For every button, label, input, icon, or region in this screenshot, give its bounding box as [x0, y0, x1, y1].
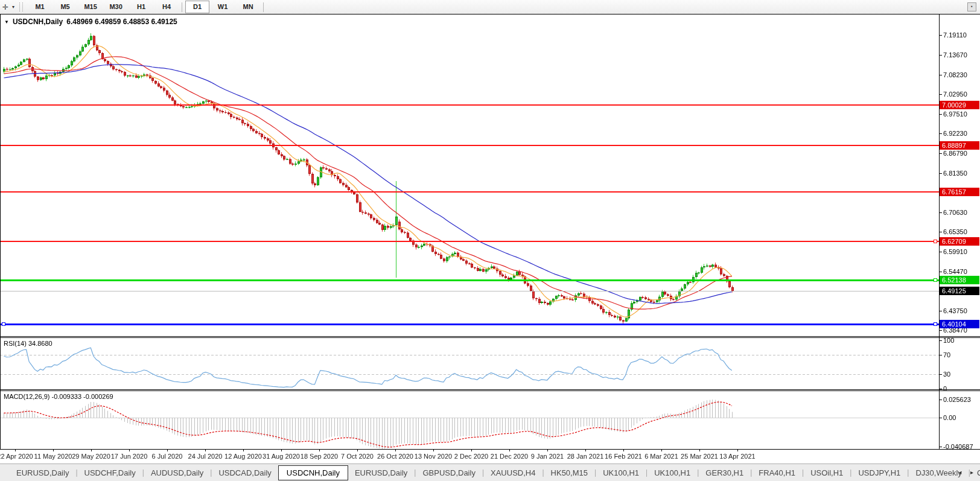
chart-tab-hk50-m15[interactable]: HK50,M15 — [544, 466, 594, 480]
date-tick-label: 13 Nov 2020 — [415, 453, 452, 460]
rsi-tick-label: 70 — [943, 351, 950, 358]
chart-tab-usdcad-daily[interactable]: USDCAD,Daily — [212, 466, 278, 480]
timeframe-button-m1[interactable]: M1 — [28, 1, 52, 13]
chart-tab-usdjpy-h1[interactable]: USDJPY,H1 — [851, 466, 907, 480]
level-price-label: 7.00029 — [940, 101, 979, 109]
toolbar-separator — [263, 2, 264, 12]
level-price-label: 6.52138 — [940, 276, 979, 284]
price-tick-label: 6.92230 — [943, 130, 967, 137]
chart-area[interactable] — [0, 0, 980, 463]
date-tick-label: 21 Dec 2020 — [491, 453, 528, 460]
timeframe-button-h1[interactable]: H1 — [129, 1, 153, 13]
price-tick-label: 6.70630 — [943, 209, 967, 216]
date-tick-label: 26 Oct 2020 — [377, 453, 413, 460]
rsi-indicator-label: RSI(14) 34.8680 — [4, 340, 52, 347]
current-price-label: 6.49125 — [940, 287, 979, 295]
chart-tab-usoil-h1[interactable]: USOil,H1 — [804, 466, 850, 480]
price-tick-label: 6.81350 — [943, 170, 967, 177]
price-tick-label: 6.43750 — [943, 307, 967, 314]
macd-tick-label: 0.025623 — [943, 396, 971, 403]
chart-tab-bar: EURUSD,Daily|USDCHF,Daily|AUDUSD,Daily|U… — [0, 463, 980, 481]
date-tick-label: 28 Jan 2021 — [567, 453, 604, 460]
toolbar-separator — [182, 2, 182, 12]
chart-title: ▼ USDCNH,Daily 6.48969 6.49859 6.48853 6… — [4, 18, 177, 26]
date-tick-label: 12 Aug 2020 — [224, 453, 262, 460]
window-handle[interactable]: ▪ — [967, 2, 976, 11]
symbol-period-label: USDCNH,Daily — [13, 18, 63, 26]
date-tick-label: 2 Dec 2020 — [454, 453, 488, 460]
level-price-label: 6.76157 — [940, 188, 979, 196]
date-tick-label: 31 Aug 2020 — [262, 453, 300, 460]
level-price-label: 6.88897 — [940, 141, 979, 150]
price-tick-label: 6.97510 — [943, 110, 967, 118]
tab-scroll-left-icon[interactable]: ◂ — [958, 469, 965, 476]
macd-indicator-label: MACD(12,26,9) -0.009333 -0.000269 — [4, 393, 113, 400]
price-tick-label: 7.13670 — [943, 51, 967, 59]
date-tick-label: 29 May 2020 — [72, 453, 110, 460]
date-tick-label: 18 Sep 2020 — [301, 453, 338, 460]
timeframe-button-m15[interactable]: M15 — [78, 1, 103, 13]
timeframe-button-w1[interactable]: W1 — [211, 1, 235, 13]
chart-tab-xauusd-h4[interactable]: XAUUSD,H4 — [484, 466, 542, 480]
timeframe-button-m30[interactable]: M30 — [104, 1, 128, 13]
macd-tick-label: -0.040687 — [943, 443, 973, 450]
price-tick-label: 7.19110 — [943, 31, 967, 39]
chart-tab-uk100-h1[interactable]: UK100,H1 — [648, 466, 697, 480]
rsi-tick-label: 0 — [943, 385, 947, 392]
date-tick-label: 16 Feb 2021 — [605, 453, 642, 460]
crosshair-tool-icon[interactable]: ✛ — [2, 3, 8, 11]
date-tick-label: 25 Mar 2021 — [681, 453, 718, 460]
date-tick-label: 6 Mar 2021 — [644, 453, 678, 460]
macd-tick-label: 0.00 — [943, 414, 956, 421]
chart-tab-eurusd-daily[interactable]: EURUSD,Daily — [348, 466, 414, 480]
top-toolbar: ✛ ▾ M1M5M15M30H1H4D1W1MN ▪ — [0, 0, 980, 14]
date-tick-label: 17 Jun 2020 — [111, 453, 148, 460]
price-tick-label: 6.86790 — [943, 150, 967, 157]
date-tick-label: 9 Jan 2021 — [531, 453, 564, 460]
ohlc-quote-label: 6.48969 6.49859 6.48853 6.49125 — [66, 18, 177, 26]
chart-tab-usdchf-daily[interactable]: USDCHF,Daily — [78, 466, 142, 480]
chart-tab-usdcnh-daily[interactable]: USDCNH,Daily — [278, 465, 348, 480]
price-tick-label: 7.08230 — [943, 71, 967, 78]
date-tick-label: 7 Oct 2020 — [341, 453, 374, 460]
level-price-label: 6.40104 — [940, 320, 979, 328]
chart-tab-audusd-daily[interactable]: AUDUSD,Daily — [144, 466, 210, 480]
date-tick-label: 24 Jul 2020 — [188, 453, 223, 460]
toolbar-grip[interactable] — [19, 2, 23, 11]
price-tick-label: 6.54470 — [943, 268, 967, 275]
chevron-down-icon[interactable]: ▼ — [4, 19, 9, 25]
chart-tab-ger30-h1[interactable]: GER30,H1 — [699, 466, 750, 480]
timeframe-button-mn[interactable]: MN — [236, 1, 260, 13]
price-tick-label: 6.59910 — [943, 248, 967, 255]
chart-tab-uk100-h1[interactable]: UK100,H1 — [596, 466, 646, 480]
date-tick-label: 13 Apr 2021 — [719, 453, 755, 460]
timeframe-button-h4[interactable]: H4 — [154, 1, 179, 13]
date-axis[interactable]: 22 Apr 202011 May 202029 May 202017 Jun … — [0, 449, 939, 463]
chevron-down-icon[interactable]: ▾ — [12, 4, 14, 10]
level-price-label: 6.62709 — [940, 237, 979, 246]
price-tick-label: 7.02950 — [943, 91, 967, 98]
price-tick-label: 6.65350 — [943, 228, 967, 235]
price-axis[interactable]: 7.191107.136707.082307.029506.975106.922… — [939, 14, 980, 449]
chart-tab-eurusd-daily[interactable]: EURUSD,Daily — [10, 466, 75, 480]
chart-tab-gbpusd-daily[interactable]: GBPUSD,Daily — [416, 466, 482, 480]
timeframe-button-m5[interactable]: M5 — [53, 1, 77, 13]
rsi-tick-label: 30 — [943, 371, 950, 378]
rsi-tick-label: 100 — [943, 337, 954, 344]
tab-scroll-right-icon[interactable]: ▸ — [970, 469, 977, 476]
date-tick-label: 6 Jul 2020 — [152, 453, 183, 460]
date-tick-label: 11 May 2020 — [34, 453, 72, 460]
chart-tab-fra40-h1[interactable]: FRA40,H1 — [752, 466, 802, 480]
date-tick-label: 22 Apr 2020 — [0, 453, 33, 460]
timeframe-button-d1[interactable]: D1 — [185, 1, 209, 13]
